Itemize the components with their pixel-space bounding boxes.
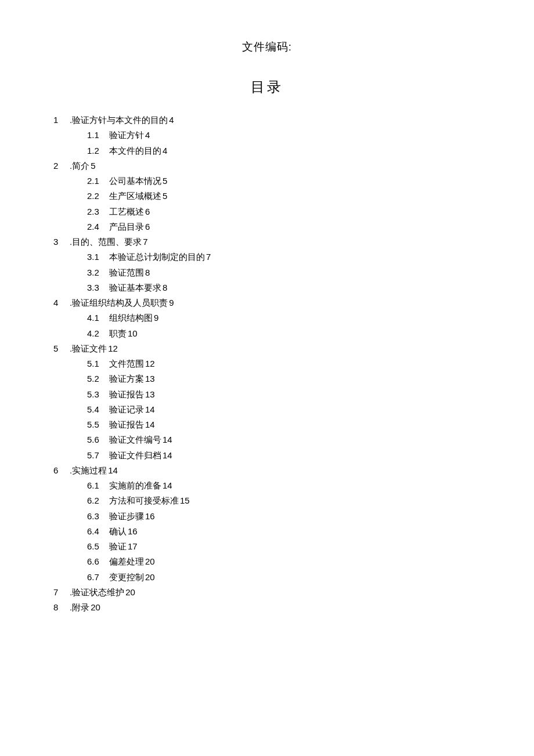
toc-entry-label: .实施过程: [70, 463, 107, 478]
toc-entry-page: 12: [145, 356, 155, 371]
toc-entry-number: 2.4: [87, 219, 109, 234]
toc-entry: 5.5验证报告 14: [53, 417, 481, 432]
toc-title: 目录: [53, 78, 481, 96]
toc-entry: 7.验证状态维护 20: [53, 585, 481, 600]
toc-entry-page: 14: [163, 448, 172, 463]
toc-entry-page: 12: [108, 341, 118, 356]
toc-entry: 5.1文件范围 12: [53, 356, 481, 371]
toc-entry: 6.2方法和可接受标准 15: [53, 493, 481, 508]
toc-entry-number: 5.4: [87, 402, 109, 417]
toc-entry: 6.5验证 17: [53, 539, 481, 554]
toc-entry-label: 验证报告: [109, 387, 144, 402]
toc-entry-label: 本验证总计划制定的目的: [109, 249, 205, 265]
toc-entry-page: 5: [163, 173, 167, 189]
toc-entry-page: 5: [163, 189, 167, 204]
toc-entry-number: 5.2: [87, 371, 109, 386]
toc-entry-label: 验证文件归档: [109, 448, 161, 463]
toc-entry-label: 实施前的准备: [109, 478, 161, 493]
toc-entry-label: .目的、范围、要求: [70, 234, 142, 249]
toc-entry-page: 20: [125, 585, 135, 600]
toc-entry: 3.目的、范围、要求 7: [53, 234, 481, 249]
toc-entry-label: 产品目录: [109, 219, 144, 234]
toc-entry: 1.验证方针与本文件的目的 4: [53, 113, 481, 128]
toc-entry-number: 6.2: [87, 493, 109, 508]
toc-entry: 5.3验证报告 13: [53, 387, 481, 402]
toc-list: 1.验证方针与本文件的目的 41.1验证方针 41.2本文件的目的 42.简介 …: [53, 113, 481, 615]
toc-entry-number: 2: [53, 158, 70, 173]
toc-entry: 6.1实施前的准备 14: [53, 478, 481, 493]
toc-entry-number: 4.1: [87, 310, 109, 325]
toc-entry: 3.1本验证总计划制定的目的 7: [53, 249, 481, 265]
toc-entry: 5.4验证记录 14: [53, 402, 481, 417]
toc-entry-page: 14: [163, 432, 172, 447]
toc-entry-label: 变更控制: [109, 570, 144, 585]
toc-entry-page: 14: [145, 402, 155, 417]
toc-entry-number: 5.3: [87, 387, 109, 402]
toc-entry-page: 14: [145, 417, 155, 432]
toc-entry-page: 9: [169, 295, 174, 310]
toc-entry-page: 5: [91, 158, 95, 173]
toc-entry-number: 5: [53, 341, 70, 356]
toc-entry-label: .验证组织结构及人员职责: [70, 295, 168, 310]
toc-entry-number: 1.2: [87, 143, 109, 158]
toc-entry-page: 7: [206, 249, 211, 265]
toc-entry-label: 验证方案: [109, 371, 144, 386]
toc-entry-page: 15: [180, 493, 190, 508]
toc-entry-label: 组织结构图: [109, 310, 153, 325]
toc-entry: 1.1验证方针 4: [53, 128, 481, 143]
toc-entry: 2.1公司基本情况 5: [53, 173, 481, 189]
toc-entry-number: 3.2: [87, 265, 109, 280]
toc-entry: 6.4确认 16: [53, 524, 481, 539]
toc-entry-label: 生产区域概述: [109, 189, 161, 204]
toc-entry-label: 验证步骤: [109, 509, 144, 524]
toc-entry-label: .附录: [70, 600, 89, 615]
toc-entry: 1.2本文件的目的 4: [53, 143, 481, 158]
toc-entry: 4.2职责 10: [53, 326, 481, 341]
toc-entry: 2.简介 5: [53, 158, 481, 173]
toc-entry-label: 方法和可接受标准: [109, 493, 179, 508]
toc-entry-page: 20: [91, 600, 100, 615]
toc-entry-page: 13: [145, 371, 155, 386]
toc-entry: 2.3工艺概述 6: [53, 204, 481, 219]
toc-entry: 3.2验证范围 8: [53, 265, 481, 280]
toc-entry-number: 2.1: [87, 173, 109, 189]
toc-entry-number: 3.3: [87, 280, 109, 295]
toc-entry-label: 本文件的目的: [109, 143, 161, 158]
toc-entry-label: 公司基本情况: [109, 173, 161, 189]
toc-entry-label: 职责: [109, 326, 127, 341]
toc-entry: 5.6验证文件编号 14: [53, 432, 481, 447]
toc-entry-label: 验证记录: [109, 402, 144, 417]
toc-entry: 6.实施过程 14: [53, 463, 481, 478]
toc-entry-label: 验证范围: [109, 265, 144, 280]
toc-entry-number: 8: [53, 600, 70, 615]
toc-entry-label: 文件范围: [109, 356, 144, 371]
toc-entry: 6.7变更控制 20: [53, 570, 481, 585]
toc-entry-page: 8: [145, 265, 150, 280]
toc-entry-page: 6: [145, 204, 150, 219]
toc-entry-page: 14: [108, 463, 118, 478]
toc-entry-number: 5.1: [87, 356, 109, 371]
toc-entry-number: 6.3: [87, 509, 109, 524]
toc-entry-number: 2.3: [87, 204, 109, 219]
toc-entry-number: 6.5: [87, 539, 109, 554]
toc-entry-number: 6: [53, 463, 70, 478]
toc-entry-label: .验证文件: [70, 341, 107, 356]
toc-entry-label: .验证状态维护: [70, 585, 124, 600]
toc-entry-number: 6.4: [87, 524, 109, 539]
toc-entry: 4.验证组织结构及人员职责 9: [53, 295, 481, 310]
toc-entry-page: 9: [154, 310, 158, 325]
toc-entry-number: 5.7: [87, 448, 109, 463]
toc-entry-label: 工艺概述: [109, 204, 144, 219]
toc-entry: 6.6偏差处理 20: [53, 554, 481, 569]
toc-entry-number: 3.1: [87, 249, 109, 265]
toc-entry-page: 16: [128, 524, 138, 539]
toc-entry-label: .简介: [70, 158, 89, 173]
toc-entry-label: 验证文件编号: [109, 432, 161, 447]
toc-entry-page: 20: [145, 570, 155, 585]
toc-entry-number: 4: [53, 295, 70, 310]
toc-entry: 5.7验证文件归档 14: [53, 448, 481, 463]
toc-entry-number: 2.2: [87, 189, 109, 204]
toc-entry-number: 6.1: [87, 478, 109, 493]
toc-entry-number: 4.2: [87, 326, 109, 341]
toc-entry-number: 5.6: [87, 432, 109, 447]
